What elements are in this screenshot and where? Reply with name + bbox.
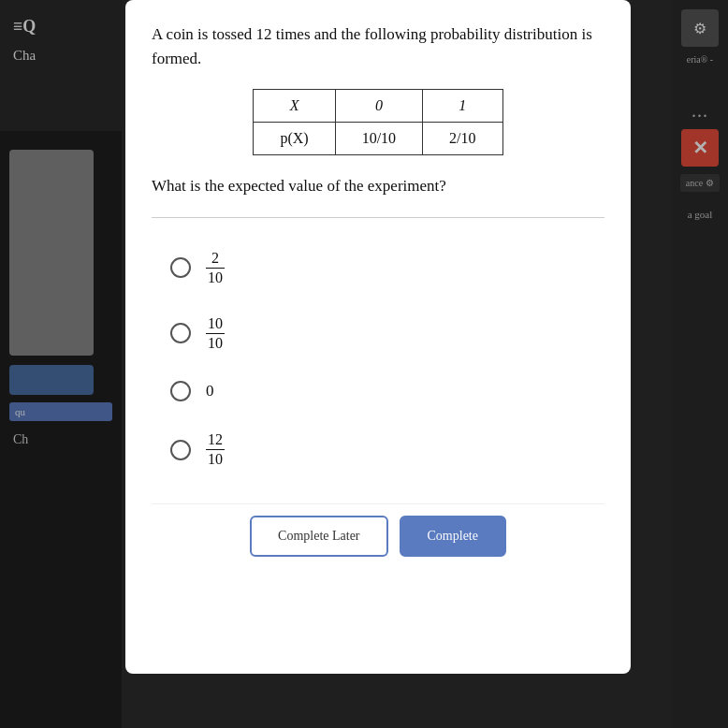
divider <box>152 217 604 218</box>
option-zero: 0 <box>206 382 214 400</box>
option-fraction-1: 2 10 <box>206 250 225 285</box>
table-header-0: 0 <box>335 89 422 122</box>
option-item[interactable]: 2 10 <box>152 237 604 298</box>
probability-table: X 0 1 p(X) 10/10 2/10 <box>253 89 502 155</box>
radio-button-2[interactable] <box>170 323 191 343</box>
options-list: 2 10 10 10 0 12 <box>152 237 604 481</box>
bottom-buttons: Complete Later Complete <box>152 503 604 557</box>
fraction-denominator-1: 10 <box>206 269 225 286</box>
option-item[interactable]: 0 <box>152 368 604 415</box>
table-cell-px: p(X) <box>254 122 335 154</box>
radio-button-1[interactable] <box>170 257 191 278</box>
fraction-numerator-4: 12 <box>206 431 225 450</box>
table-cell-val2: 2/10 <box>423 122 502 154</box>
question-text: A coin is tossed 12 times and the follow… <box>152 22 604 72</box>
ev-question-text: What is the expected value of the experi… <box>152 174 604 198</box>
modal-overlay: A coin is tossed 12 times and the follow… <box>0 0 728 728</box>
table-cell-val1: 10/10 <box>335 122 422 154</box>
fraction-denominator-4: 10 <box>206 450 225 468</box>
option-fraction-2: 10 10 <box>206 315 225 351</box>
fraction-numerator-2: 10 <box>206 315 225 334</box>
table-header-1: 1 <box>423 89 502 122</box>
complete-later-button[interactable]: Complete Later <box>250 516 387 557</box>
option-item[interactable]: 12 10 <box>152 418 604 480</box>
radio-button-4[interactable] <box>170 440 191 460</box>
table-row: p(X) 10/10 2/10 <box>254 122 502 154</box>
radio-button-3[interactable] <box>170 381 191 401</box>
fraction-numerator-1: 2 <box>206 250 225 269</box>
option-item[interactable]: 10 10 <box>152 302 604 364</box>
table-header-x: X <box>254 89 335 122</box>
option-fraction-4: 12 10 <box>206 431 225 467</box>
modal-card: A coin is tossed 12 times and the follow… <box>125 0 631 674</box>
fraction-denominator-2: 10 <box>206 334 225 352</box>
complete-button[interactable]: Complete <box>400 516 506 557</box>
